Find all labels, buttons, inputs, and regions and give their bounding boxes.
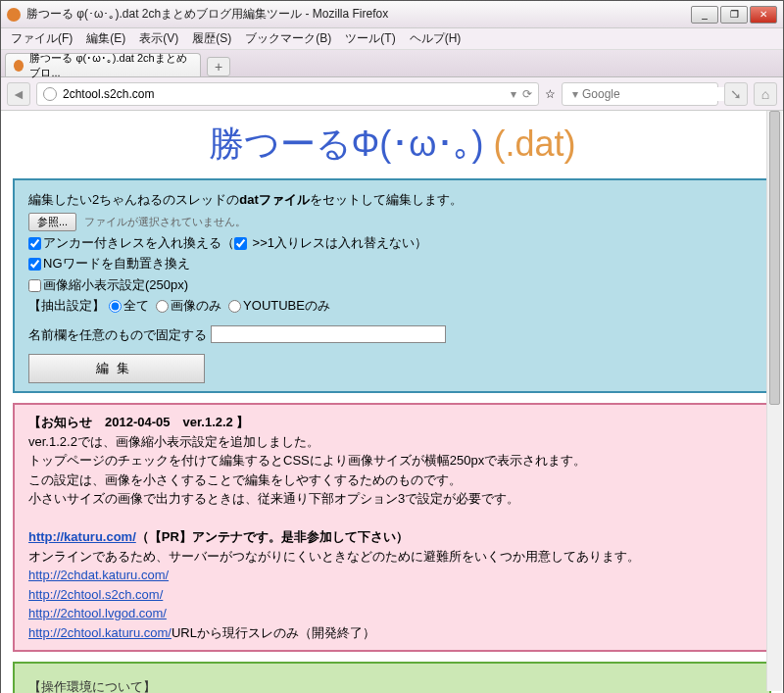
checkbox-anchor-swap[interactable] <box>28 237 41 250</box>
news-panel: 【お知らせ 2012-04-05 ver.1.2.2 】 ver.1.2.2では… <box>13 403 771 652</box>
scrollbar[interactable] <box>766 111 782 691</box>
new-tab-button[interactable]: + <box>207 57 230 76</box>
news-heading: 【お知らせ 2012-04-05 ver.1.2.2 】 <box>28 413 756 432</box>
bookmark-star-icon[interactable]: ☆ <box>545 87 556 101</box>
form-panel: 編集したい2ちゃんねるのスレッドのdatファイルをセットして編集します。 参照.… <box>13 178 771 393</box>
page-title: 勝つーるΦ(･ω･｡) (.dat) <box>13 117 771 178</box>
name-fix-input[interactable] <box>211 325 446 343</box>
menu-bookmarks[interactable]: ブックマーク(B) <box>239 28 337 49</box>
tab-favicon <box>14 60 24 72</box>
home-button[interactable]: ⌂ <box>754 82 777 106</box>
radio-all[interactable] <box>109 300 122 313</box>
logo-orange: (.dat) <box>493 124 575 164</box>
menu-file[interactable]: ファイル(F) <box>5 28 78 49</box>
menu-edit[interactable]: 編集(E) <box>80 28 131 49</box>
mirror-link-3[interactable]: http://2chtool.lvgod.com/ <box>28 606 167 620</box>
toolbar: ◄ ▾ ⟳ ☆ ▾ ➘ ⌂ <box>1 77 783 111</box>
menu-view[interactable]: 表示(V) <box>133 28 184 49</box>
no-file-label: ファイルが選択されていません。 <box>84 216 246 227</box>
mirror-link-1[interactable]: http://2chdat.katuru.com/ <box>28 568 169 582</box>
extract-label: 【抽出設定】 <box>28 298 105 313</box>
search-field[interactable]: ▾ <box>562 82 718 106</box>
form-intro: 編集したい2ちゃんねるのスレッドのdatファイルをセットして編集します。 <box>28 190 756 210</box>
maximize-button[interactable]: ❐ <box>720 6 748 24</box>
link-pr[interactable]: http://katuru.com/ <box>28 529 136 544</box>
titlebar: 勝つーる φ(･ω･｡).dat 2chまとめブログ用編集ツール - Mozil… <box>1 1 783 28</box>
mirror-link-4[interactable]: http://2chtool.katuru.com/ <box>28 625 172 640</box>
back-button[interactable]: ◄ <box>7 82 30 106</box>
mirror-link-2[interactable]: http://2chtool.s2ch.com/ <box>28 587 163 602</box>
page-content: 勝つーるΦ(･ω･｡) (.dat) 編集したい2ちゃんねるのスレッドのdatフ… <box>1 111 783 693</box>
info-panel: 【操作環境について】 ブラウザは、Firefoxを利用して下さい。 【アンカー入… <box>13 662 771 693</box>
checkbox-keep-1[interactable] <box>234 237 247 250</box>
tabbar: 勝つーる φ(･ω･｡).dat 2chまとめブロ... + <box>1 50 783 77</box>
menubar: ファイル(F) 編集(E) 表示(V) 履歴(S) ブックマーク(B) ツール(… <box>1 28 783 50</box>
firefox-icon <box>7 8 21 22</box>
scrollbar-thumb[interactable] <box>769 111 780 405</box>
url-input[interactable] <box>63 87 511 101</box>
close-button[interactable]: ✕ <box>750 6 777 24</box>
checkbox-ngword[interactable] <box>28 258 41 271</box>
radio-image[interactable] <box>156 300 169 313</box>
edit-button[interactable]: 編集 <box>28 354 205 383</box>
logo-blue: 勝つーるΦ(･ω･｡) <box>209 124 484 164</box>
menu-help[interactable]: ヘルプ(H) <box>404 28 467 49</box>
menu-tools[interactable]: ツール(T) <box>339 28 401 49</box>
search-input[interactable] <box>582 87 729 101</box>
refresh-icon[interactable]: ⟳ <box>522 87 532 101</box>
name-fix-label: 名前欄を任意のもので固定する <box>28 327 207 342</box>
browser-window: 勝つーる φ(･ω･｡).dat 2chまとめブログ用編集ツール - Mozil… <box>0 0 784 693</box>
site-identity-icon <box>43 87 57 101</box>
menu-history[interactable]: 履歴(S) <box>186 28 237 49</box>
minimize-button[interactable]: _ <box>691 6 718 24</box>
radio-youtube[interactable] <box>228 300 241 313</box>
window-title: 勝つーる φ(･ω･｡).dat 2chまとめブログ用編集ツール - Mozil… <box>26 6 691 23</box>
url-field[interactable]: ▾ ⟳ <box>36 82 539 106</box>
download-button[interactable]: ➘ <box>724 82 748 106</box>
browse-button[interactable]: 参照... <box>28 213 76 231</box>
tab-label: 勝つーる φ(･ω･｡).dat 2chまとめブロ... <box>29 51 192 80</box>
dropdown-icon[interactable]: ▾ <box>511 87 516 101</box>
checkbox-imgshrink[interactable] <box>28 279 41 292</box>
tab-active[interactable]: 勝つーる φ(･ω･｡).dat 2chまとめブロ... <box>5 53 201 76</box>
